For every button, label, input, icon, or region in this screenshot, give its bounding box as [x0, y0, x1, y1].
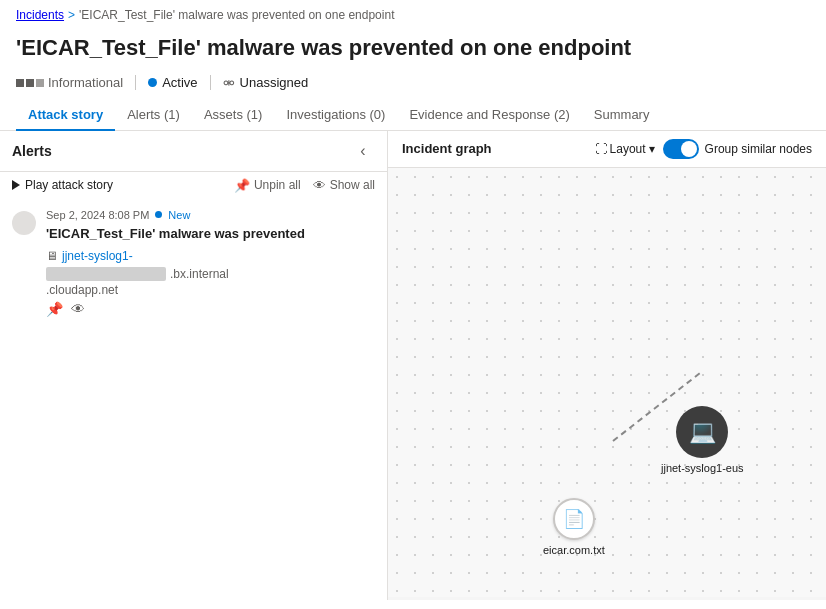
- alert-footer: .cloudapp.net: [46, 283, 375, 297]
- unassigned-label: Unassigned: [240, 75, 309, 90]
- alert-status: New: [168, 209, 190, 221]
- breadcrumb-parent[interactable]: Incidents: [16, 8, 64, 22]
- tab-summary[interactable]: Summary: [582, 99, 662, 130]
- file-icon: 📄: [563, 508, 585, 530]
- play-attack-story-button[interactable]: Play attack story: [12, 178, 113, 192]
- active-label: Active: [162, 75, 197, 90]
- show-all-button[interactable]: 👁 Show all: [313, 178, 375, 193]
- alert-source: 🖥 jjnet-syslog1-: [46, 249, 375, 263]
- laptop-icon: 💻: [689, 419, 716, 445]
- status-unassigned: ⚮ Unassigned: [211, 75, 321, 91]
- alert-source-text: jjnet-syslog1-: [62, 249, 133, 263]
- informational-label: Informational: [48, 75, 123, 90]
- tabs: Attack story Alerts (1) Assets (1) Inves…: [0, 99, 826, 131]
- status-informational: Informational: [16, 75, 136, 90]
- tab-attack-story[interactable]: Attack story: [16, 99, 115, 130]
- alerts-toolbar: Play attack story 📌 Unpin all 👁 Show all: [0, 172, 387, 199]
- info-squares-icon: [16, 79, 44, 87]
- toggle-thumb: [681, 141, 697, 157]
- file-node-label: eicar.com.txt: [543, 544, 605, 556]
- alert-action-buttons: 📌 👁: [46, 301, 375, 317]
- device-node[interactable]: 💻 jjnet-syslog1-eus: [661, 406, 744, 474]
- page-title: 'EICAR_Test_File' malware was prevented …: [0, 30, 826, 71]
- alert-nodes: .bx.internal: [46, 267, 375, 281]
- status-bar: Informational Active ⚮ Unassigned: [0, 71, 826, 99]
- layout-label: Layout: [610, 142, 646, 156]
- graph-actions: ⛶ Layout ▾ Group similar nodes: [595, 139, 812, 159]
- tab-evidence[interactable]: Evidence and Response (2): [397, 99, 581, 130]
- alerts-header: Alerts ‹: [0, 131, 387, 172]
- play-icon: [12, 180, 20, 190]
- node-suffix: .bx.internal: [170, 267, 229, 281]
- breadcrumb-current: 'EICAR_Test_File' malware was prevented …: [79, 8, 394, 22]
- pin-alert-button[interactable]: 📌: [46, 301, 63, 317]
- group-nodes-label: Group similar nodes: [705, 142, 812, 156]
- active-dot-icon: [148, 78, 157, 87]
- breadcrumb-separator: >: [68, 8, 75, 22]
- file-node[interactable]: 📄 eicar.com.txt: [543, 498, 605, 556]
- unpin-all-button[interactable]: 📌 Unpin all: [234, 178, 301, 193]
- left-panel: Alerts ‹ Play attack story 📌 Unpin all 👁…: [0, 131, 388, 600]
- graph-area: 💻 jjnet-syslog1-eus 📄 eicar.com.txt: [388, 168, 826, 597]
- person-icon: ⚮: [223, 75, 235, 91]
- file-node-circle: 📄: [553, 498, 595, 540]
- graph-header: Incident graph ⛶ Layout ▾ Group similar …: [388, 131, 826, 168]
- toolbar-actions: 📌 Unpin all 👁 Show all: [234, 178, 375, 193]
- alert-item: Sep 2, 2024 8:08 PM New 'EICAR_Test_File…: [0, 199, 387, 327]
- group-nodes-toggle[interactable]: Group similar nodes: [663, 139, 812, 159]
- breadcrumb: Incidents > 'EICAR_Test_File' malware wa…: [0, 0, 826, 30]
- unpin-label: Unpin all: [254, 178, 301, 192]
- tab-alerts[interactable]: Alerts (1): [115, 99, 192, 130]
- chevron-down-icon: ▾: [649, 142, 655, 156]
- alerts-title: Alerts: [12, 143, 52, 159]
- status-active: Active: [136, 75, 210, 90]
- main-content: Alerts ‹ Play attack story 📌 Unpin all 👁…: [0, 131, 826, 600]
- alert-meta: Sep 2, 2024 8:08 PM New: [46, 209, 375, 221]
- show-label: Show all: [330, 178, 375, 192]
- toggle-switch[interactable]: [663, 139, 699, 159]
- hide-alert-button[interactable]: 👁: [71, 301, 85, 317]
- graph-title: Incident graph: [402, 141, 492, 156]
- tab-assets[interactable]: Assets (1): [192, 99, 275, 130]
- alert-body: Sep 2, 2024 8:08 PM New 'EICAR_Test_File…: [46, 209, 375, 317]
- right-panel: Incident graph ⛶ Layout ▾ Group similar …: [388, 131, 826, 600]
- tab-investigations[interactable]: Investigations (0): [274, 99, 397, 130]
- node-redacted: [46, 267, 166, 281]
- device-node-circle: 💻: [676, 406, 728, 458]
- unpin-icon: 📌: [234, 178, 250, 193]
- device-node-label: jjnet-syslog1-eus: [661, 462, 744, 474]
- layout-button[interactable]: ⛶ Layout ▾: [595, 142, 655, 156]
- collapse-panel-button[interactable]: ‹: [351, 139, 375, 163]
- alert-date: Sep 2, 2024 8:08 PM: [46, 209, 149, 221]
- layout-icon: ⛶: [595, 142, 607, 156]
- eye-icon: 👁: [313, 178, 326, 193]
- alert-status-dot-icon: [155, 211, 162, 218]
- computer-icon: 🖥: [46, 249, 58, 263]
- play-label: Play attack story: [25, 178, 113, 192]
- alert-description[interactable]: 'EICAR_Test_File' malware was prevented: [46, 225, 375, 243]
- alert-avatar: [12, 211, 36, 235]
